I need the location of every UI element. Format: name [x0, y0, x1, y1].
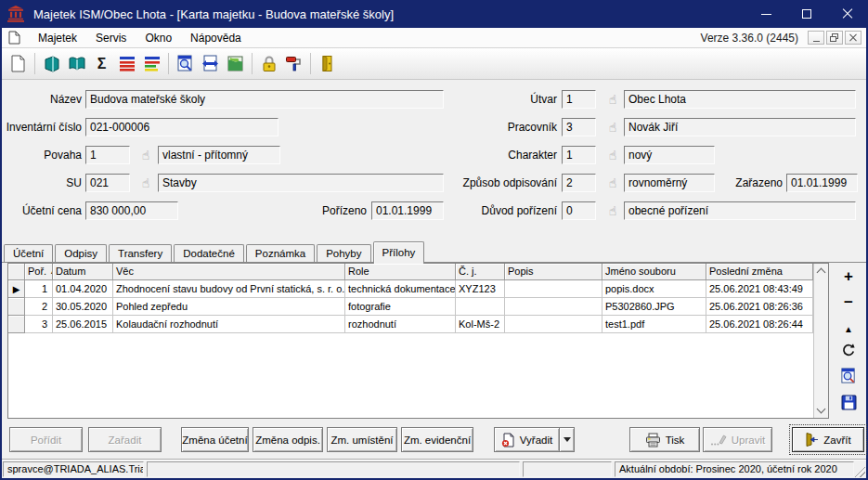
sum-button[interactable]: Σ: [89, 51, 114, 76]
paint-roller-button[interactable]: [281, 51, 306, 76]
pracovnik-label: Pracovník: [418, 118, 557, 136]
zmena-odpis-button[interactable]: Změna odpis.: [253, 427, 323, 452]
column-header-cj[interactable]: Č. j.: [456, 264, 505, 280]
su-lookup-hand-icon[interactable]: ☝: [138, 174, 153, 192]
tab-odpisy[interactable]: Odpisy: [55, 244, 107, 263]
zm-umisteni-button[interactable]: Zm. umístění: [327, 427, 397, 452]
su-code-field[interactable]: 021: [85, 174, 130, 192]
status-extra-panel: [523, 461, 612, 477]
zarazeno-field[interactable]: 01.01.1999: [786, 174, 858, 192]
scroll-down-icon[interactable]: [817, 405, 826, 414]
mdi-minimize-button[interactable]: [808, 31, 824, 45]
discard-document-icon: [501, 433, 515, 448]
su-label: SU: [2, 174, 82, 192]
vertical-scrollbar[interactable]: [813, 264, 828, 418]
add-attachment-button[interactable]: +: [833, 267, 864, 286]
transfer-document-button[interactable]: [198, 51, 223, 76]
scroll-up-icon[interactable]: [817, 268, 826, 278]
find-document-button[interactable]: [173, 51, 198, 76]
utvar-lookup-hand-icon[interactable]: ☝: [605, 90, 620, 109]
duvod-porizeni-label: Důvod pořízení: [418, 201, 557, 220]
cell-role: rozhodnutí: [345, 316, 456, 333]
lock-button[interactable]: [256, 51, 281, 76]
maximize-icon: [802, 9, 811, 19]
pracovnik-lookup-hand-icon[interactable]: ☝: [605, 118, 620, 136]
utvar-code-field[interactable]: 1: [562, 90, 596, 109]
refresh-button[interactable]: [833, 341, 864, 359]
pracovnik-text-field[interactable]: Novák Jiří: [624, 118, 856, 136]
ucetni-cena-field[interactable]: 830 000,00: [85, 201, 178, 220]
utvar-text-field[interactable]: Obec Lhota: [624, 90, 856, 109]
vyradit-button[interactable]: Vyřadit: [494, 427, 560, 452]
table-row[interactable]: 3 25.06.2015 Kolaudační rozhodnutí rozho…: [8, 316, 813, 333]
menu-okno[interactable]: Okno: [136, 28, 181, 48]
catalog-button[interactable]: [39, 51, 64, 76]
exit-button[interactable]: [315, 51, 340, 76]
table-row[interactable]: 2 30.05.2020 Pohled zepředu fotografie P…: [8, 298, 813, 316]
menu-napoveda[interactable]: Nápověda: [181, 28, 251, 48]
cell-datum: 25.06.2015: [53, 316, 113, 333]
resize-grip[interactable]: [853, 465, 865, 477]
close-button[interactable]: [827, 0, 868, 28]
povaha-code-field[interactable]: 1: [85, 146, 130, 164]
tisk-button[interactable]: Tisk: [629, 427, 700, 452]
zpusob-text-field[interactable]: rovnoměrný: [624, 174, 715, 192]
preview-attachment-button[interactable]: [833, 367, 864, 385]
cell-cj: XYZ123: [456, 280, 505, 298]
map-button[interactable]: [223, 51, 248, 76]
remove-attachment-button[interactable]: −: [833, 293, 864, 312]
list-color-button[interactable]: [139, 51, 164, 76]
charakter-lookup-hand-icon[interactable]: ☝: [605, 146, 620, 164]
column-header-vec[interactable]: Věc: [113, 264, 345, 280]
paint-roller-icon: [285, 55, 303, 72]
table-row[interactable]: ▶ 1 01.04.2020 Zhodnocení stavu budovy o…: [8, 280, 813, 298]
maximize-button[interactable]: [786, 0, 827, 28]
mdi-close-button[interactable]: [845, 31, 862, 45]
asset-form: Název Budova mateřské školy Inventární č…: [2, 80, 866, 240]
pracovnik-code-field[interactable]: 3: [562, 118, 596, 136]
zpusob-lookup-hand-icon[interactable]: ☝: [605, 174, 620, 192]
column-header-role[interactable]: Role: [345, 264, 456, 280]
zavrit-button[interactable]: Zavřít: [792, 427, 864, 452]
new-item-button[interactable]: [6, 51, 31, 76]
tab-pohyby[interactable]: Pohyby: [317, 244, 370, 263]
menu-servis[interactable]: Servis: [86, 28, 136, 48]
zm-evidencni-button[interactable]: Zm. evidenční: [401, 427, 473, 452]
document-arrows-icon: [201, 55, 219, 72]
zmena-ucetni-button[interactable]: Změna účetní: [181, 427, 249, 452]
column-header-datum[interactable]: Datum: [53, 264, 113, 280]
duvod-code-field[interactable]: 0: [562, 201, 596, 220]
window-title: Majetek ISM/Obec Lhota - [Karta majetku …: [33, 7, 394, 21]
column-header-jmeno-souboru[interactable]: Jméno souboru: [602, 264, 706, 280]
menu-majetek[interactable]: Majetek: [29, 28, 86, 48]
charakter-text-field[interactable]: nový: [624, 146, 715, 164]
ucetni-cena-label: Účetní cena: [2, 201, 82, 220]
charakter-code-field[interactable]: 1: [562, 146, 596, 164]
minimize-button[interactable]: [745, 0, 786, 28]
nazev-field[interactable]: Budova mateřské školy: [85, 90, 444, 109]
list-red-button[interactable]: [114, 51, 139, 76]
preview-document-icon: [840, 368, 857, 384]
grid-header-row: Poř.▲ Datum Věc Role Č. j. Popis Jméno s…: [8, 264, 813, 280]
zpusob-code-field[interactable]: 2: [562, 174, 596, 192]
mdi-restore-button[interactable]: [826, 31, 843, 45]
su-text-field[interactable]: Stavby: [158, 174, 444, 192]
column-header-por[interactable]: Poř.▲: [25, 264, 53, 280]
duvod-text-field[interactable]: obecné pořízení: [624, 201, 856, 220]
browse-button[interactable]: [64, 51, 89, 76]
povaha-text-field[interactable]: vlastní - přítomný: [158, 146, 280, 164]
tab-dodatecne[interactable]: Dodatečné: [174, 244, 244, 263]
tab-transfery[interactable]: Transfery: [109, 244, 172, 263]
tab-prilohy[interactable]: Přílohy: [373, 241, 425, 264]
column-header-posledni-zmena[interactable]: Poslední změna: [706, 264, 813, 280]
column-header-popis[interactable]: Popis: [505, 264, 602, 280]
duvod-lookup-hand-icon[interactable]: ☝: [605, 201, 620, 220]
save-attachment-button[interactable]: [833, 393, 864, 411]
vyradit-dropdown-button[interactable]: [559, 427, 575, 452]
povaha-lookup-hand-icon[interactable]: ☝: [138, 146, 153, 164]
document-icon[interactable]: [8, 31, 20, 45]
inventarni-cislo-field[interactable]: 021-000006: [85, 118, 279, 136]
move-up-button[interactable]: ▲: [833, 319, 864, 338]
tab-poznamka[interactable]: Poznámka: [246, 244, 315, 263]
tab-ucetni[interactable]: Účetní: [4, 244, 53, 263]
